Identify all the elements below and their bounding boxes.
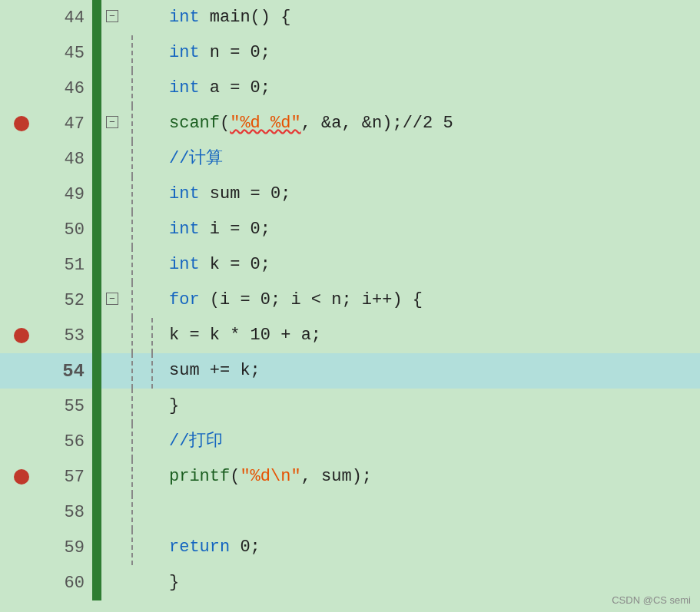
code-content: int main() {	[163, 0, 700, 35]
extra-indent-line	[140, 0, 163, 35]
line-number: 55	[42, 389, 92, 424]
line-number: 45	[42, 35, 92, 71]
extra-indent-line	[140, 389, 163, 424]
line-number: 54	[42, 353, 92, 389]
gutter-left	[0, 141, 42, 177]
collapse-box[interactable]: −	[106, 10, 118, 22]
code-normal: sum += k;	[169, 361, 260, 380]
code-text: int i = 0;	[169, 218, 270, 242]
code-area: 44−int main() {45int n = 0;46int a = 0;4…	[0, 0, 700, 612]
code-normal: i = 0;	[200, 220, 270, 239]
indent-line	[123, 389, 140, 424]
collapse-box[interactable]: −	[106, 116, 118, 128]
extra-indent-line	[140, 530, 163, 565]
code-text: }	[169, 395, 179, 418]
code-normal: }	[169, 573, 179, 592]
collapse-column	[101, 424, 123, 459]
green-bar	[92, 283, 101, 318]
green-bar	[92, 35, 101, 71]
extra-indent-line	[140, 353, 163, 389]
green-bar	[92, 459, 101, 495]
code-text: //打印	[169, 430, 223, 454]
keyword: int	[169, 184, 200, 203]
green-bar	[92, 424, 101, 459]
comment: //计算	[169, 149, 223, 168]
indent-line	[123, 177, 140, 212]
indent-line	[123, 247, 140, 283]
indent-line	[123, 283, 140, 318]
line-number: 53	[42, 318, 92, 353]
green-bar	[92, 495, 101, 530]
collapse-column	[101, 318, 123, 353]
collapse-column	[101, 71, 123, 106]
green-bar	[92, 565, 101, 600]
code-content: int i = 0;	[163, 212, 700, 247]
code-text: return 0;	[169, 536, 260, 560]
collapse-column	[101, 459, 123, 495]
keyword: int	[169, 220, 200, 239]
code-row: 55}	[0, 389, 700, 424]
code-normal: 0;	[230, 538, 260, 557]
collapse-column: −	[101, 283, 123, 318]
green-bar	[92, 353, 101, 389]
keyword: int	[169, 78, 200, 98]
keyword: return	[169, 538, 230, 557]
indent-line	[123, 106, 140, 141]
gutter-left	[0, 106, 42, 141]
keyword: int	[169, 8, 200, 27]
collapse-column	[101, 530, 123, 565]
code-row: 50int i = 0;	[0, 212, 700, 247]
code-text: int n = 0;	[169, 41, 270, 65]
gutter-left	[0, 530, 42, 565]
code-content: int a = 0;	[163, 71, 700, 106]
breakpoint-dot	[14, 116, 29, 131]
line-number: 60	[42, 565, 92, 600]
collapse-column: −	[101, 106, 123, 141]
line-number: 44	[42, 0, 92, 35]
line-number: 58	[42, 495, 92, 530]
code-text: scanf("%d %d", &a, &n);//2 5	[169, 112, 453, 136]
code-normal: n = 0;	[200, 43, 270, 62]
green-bar	[92, 106, 101, 141]
function-name: printf	[169, 467, 230, 486]
green-bar	[92, 212, 101, 247]
code-row: 49int sum = 0;	[0, 177, 700, 212]
breakpoint-dot	[14, 469, 29, 485]
extra-indent-line	[140, 106, 163, 141]
extra-indent-line	[140, 459, 163, 495]
gutter-left	[0, 177, 42, 212]
code-content: return 0;	[163, 530, 700, 565]
code-content: //打印	[163, 424, 700, 459]
code-text: //计算	[169, 147, 223, 171]
indent-line	[123, 424, 140, 459]
code-content: for (i = 0; i < n; i++) {	[163, 283, 700, 318]
green-bar	[92, 318, 101, 353]
code-row: 58	[0, 495, 700, 530]
green-bar	[92, 247, 101, 283]
line-number: 52	[42, 283, 92, 318]
keyword: for	[169, 290, 200, 309]
code-row: 44−int main() {	[0, 0, 700, 35]
gutter-left	[0, 353, 42, 389]
gutter-left	[0, 71, 42, 106]
gutter-left	[0, 389, 42, 424]
gutter-left	[0, 424, 42, 459]
collapse-box[interactable]: −	[106, 293, 118, 305]
breakpoint-dot	[14, 328, 29, 343]
code-row: 54sum += k;	[0, 353, 700, 389]
keyword: int	[169, 43, 200, 62]
code-text: int k = 0;	[169, 253, 270, 277]
code-normal: main() {	[200, 8, 291, 27]
editor-container: 44−int main() {45int n = 0;46int a = 0;4…	[0, 0, 700, 612]
code-content: int n = 0;	[163, 35, 700, 71]
collapse-column	[101, 177, 123, 212]
indent-line	[123, 212, 140, 247]
gutter-left	[0, 283, 42, 318]
code-text: k = k * 10 + a;	[169, 324, 321, 348]
green-bar	[92, 177, 101, 212]
collapse-column: −	[101, 0, 123, 35]
green-bar	[92, 530, 101, 565]
code-row: 53k = k * 10 + a;	[0, 318, 700, 353]
code-content	[163, 495, 700, 530]
gutter-left	[0, 495, 42, 530]
